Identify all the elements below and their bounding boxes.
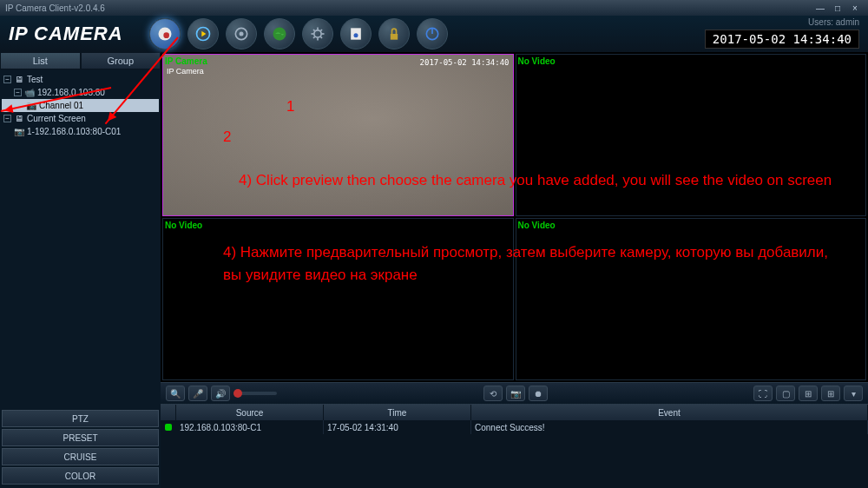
status-dot-icon (165, 424, 172, 431)
svg-line-13 (313, 36, 315, 38)
remote-button[interactable] (264, 18, 295, 49)
cell-label: No Video (518, 221, 556, 230)
cruise-button[interactable]: CRUISE (2, 448, 159, 465)
snapshot-button[interactable]: 📷 (506, 386, 525, 401)
log-header-event[interactable]: Event (471, 405, 868, 420)
volume-slider[interactable] (233, 392, 277, 395)
svg-point-1 (163, 32, 169, 38)
layout-more-button[interactable]: ▾ (844, 386, 863, 401)
svg-point-6 (313, 30, 320, 37)
monitor-icon: 🖥 (14, 75, 24, 85)
osd-timestamp: 2017-05-02 14:34:40 (420, 58, 510, 67)
color-button[interactable]: COLOR (2, 467, 159, 485)
svg-line-12 (320, 36, 322, 38)
settings-button[interactable] (302, 18, 333, 49)
window-title: IP Camera Client-v2.0.4.6 (5, 3, 811, 13)
speaker-button[interactable]: 🔊 (211, 386, 230, 401)
svg-line-14 (320, 30, 322, 31)
annotation-text-en: 4) Click preview then choose the camera … (239, 169, 846, 192)
svg-point-4 (239, 32, 243, 36)
svg-line-11 (313, 30, 315, 31)
prev-button[interactable]: ⟲ (483, 386, 503, 401)
camera-icon: 📷 (14, 127, 24, 137)
cell-label: No Video (518, 56, 556, 66)
mic-button[interactable]: 🎤 (188, 386, 207, 401)
log-button[interactable] (340, 18, 372, 49)
ptz-button[interactable]: PTZ (2, 410, 159, 427)
monitor-icon: 🖥 (14, 114, 24, 124)
osd-camera-name: IP Camera (167, 67, 204, 76)
tree-node-test[interactable]: −🖥Test (2, 73, 159, 86)
annotation-number-2: 2 (223, 126, 231, 148)
tab-group[interactable]: Group (81, 52, 161, 69)
layout-4-button[interactable]: ⊞ (799, 386, 818, 401)
zoom-in-button[interactable]: 🔍 (166, 386, 185, 401)
log-header-source[interactable]: Source (176, 405, 324, 420)
log-source: 192.168.0.103:80-C1 (176, 420, 324, 434)
playback-button[interactable] (187, 18, 219, 49)
maximize-button[interactable]: □ (830, 2, 845, 14)
user-label: Users: admin (808, 17, 859, 27)
svg-rect-17 (390, 34, 397, 40)
log-header: Source Time Event (161, 405, 868, 420)
svg-point-16 (353, 33, 358, 37)
cell-label: IP Camera (165, 56, 207, 66)
device-tree: −🖥Test −📹192.168.0.103:80 📷Channel 01 −🖥… (0, 69, 161, 408)
preview-button[interactable] (149, 18, 181, 49)
fullscreen-button[interactable]: ⛶ (753, 386, 773, 401)
layout-9-button[interactable]: ⊞ (821, 386, 840, 401)
close-button[interactable]: × (847, 2, 863, 14)
annotation-text-ru: 4) Нажмите предварительный просмотр, зат… (223, 241, 848, 286)
tree-node-screen-item[interactable]: 📷1-192.168.0.103:80-C01 (2, 125, 159, 138)
log-event: Connect Success! (471, 420, 868, 434)
minimize-button[interactable]: — (812, 2, 828, 14)
power-button[interactable] (417, 18, 448, 49)
record-config-button[interactable] (226, 18, 257, 49)
log-time: 17-05-02 14:31:40 (324, 420, 471, 434)
annotation-number-1: 1 (286, 96, 294, 118)
layout-1-button[interactable]: ▢ (776, 386, 795, 401)
clock-display: 2017-05-02 14:34:40 (705, 30, 859, 49)
app-logo: IP CAMERA (9, 23, 123, 45)
device-icon: 📹 (24, 88, 35, 98)
tab-list[interactable]: List (0, 52, 81, 69)
video-cell-2[interactable]: No Video (516, 54, 867, 216)
cell-label: No Video (165, 221, 202, 230)
log-row[interactable]: 192.168.0.103:80-C1 17-05-02 14:31:40 Co… (161, 420, 868, 434)
log-header-time[interactable]: Time (324, 405, 471, 420)
record-button[interactable]: ⏺ (529, 386, 548, 401)
preset-button[interactable]: PRESET (2, 429, 159, 446)
video-cell-1[interactable]: IP Camera IP Camera 2017-05-02 14:34:40 (162, 54, 514, 216)
lock-button[interactable] (378, 18, 410, 49)
tree-node-current-screen[interactable]: −🖥Current Screen (2, 112, 159, 125)
